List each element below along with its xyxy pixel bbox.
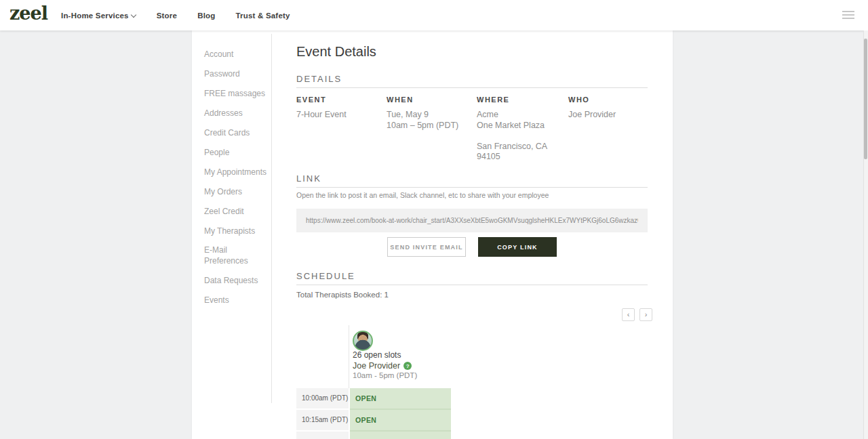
sidebar-item-my-therapists[interactable]: My Therapists bbox=[204, 226, 269, 236]
schedule-section-label: SCHEDULE bbox=[296, 271, 355, 281]
sidebar-item-zeel-credit[interactable]: Zeel Credit bbox=[204, 206, 269, 217]
details-columns: EVENT 7-Hour Event WHEN Tue, May 9 10am … bbox=[296, 96, 648, 163]
hamburger-menu-icon[interactable] bbox=[842, 11, 854, 20]
sidebar-item-email-preferences[interactable]: E-Mail Preferences bbox=[204, 245, 269, 266]
chevron-left-icon[interactable]: ‹ bbox=[622, 308, 635, 321]
question-mark-icon[interactable]: ? bbox=[403, 362, 412, 370]
sidebar-divider bbox=[271, 34, 272, 403]
total-therapists-booked: Total Therapists Booked: 1 bbox=[296, 291, 389, 299]
detail-col-label: WHEN bbox=[387, 96, 477, 104]
detail-col-label: EVENT bbox=[296, 96, 387, 104]
detail-line: Acme bbox=[477, 110, 568, 121]
sidebar-item-people[interactable]: People bbox=[204, 147, 269, 158]
provider-avatar bbox=[353, 331, 373, 351]
detail-line: 10am – 5pm (PDT) bbox=[387, 121, 477, 131]
send-invite-email-button[interactable]: SEND INVITE EMAIL bbox=[387, 237, 466, 257]
scrollbar[interactable] bbox=[863, 30, 868, 439]
detail-col-event: EVENT 7-Hour Event bbox=[296, 96, 387, 163]
detail-col-where: WHERE Acme One Market Plaza San Francisc… bbox=[477, 96, 568, 163]
detail-col-who: WHO Joe Provider bbox=[568, 96, 648, 163]
sidebar-item-password[interactable]: Password bbox=[204, 68, 269, 79]
detail-line: Tue, May 9 bbox=[387, 110, 477, 121]
schedule-pager: ‹ › bbox=[622, 308, 652, 321]
slot-time: 10:15am (PDT) bbox=[296, 410, 349, 430]
detail-line: 94105 bbox=[477, 152, 568, 163]
top-nav-bar: zeel In-Home Services Store Blog Trust &… bbox=[0, 0, 868, 30]
copy-link-button[interactable]: COPY LINK bbox=[478, 237, 557, 257]
scrollbar-thumb[interactable] bbox=[864, 39, 867, 159]
slot-open-cell[interactable]: OPEN bbox=[350, 388, 451, 409]
detail-line: One Market Plaza bbox=[477, 121, 568, 131]
provider-name: Joe Provider bbox=[353, 361, 400, 371]
nav-label: In-Home Services bbox=[61, 12, 129, 20]
zeel-logo[interactable]: zeel bbox=[9, 3, 47, 24]
nav-store[interactable]: Store bbox=[157, 12, 177, 20]
chevron-down-icon bbox=[132, 12, 136, 16]
sidebar-item-account[interactable]: Account bbox=[204, 49, 269, 60]
detail-col-label: WHO bbox=[568, 96, 648, 104]
link-section-label: LINK bbox=[296, 173, 321, 184]
detail-col-label: WHERE bbox=[477, 96, 568, 104]
provider-open-slots: 26 open slots bbox=[353, 350, 401, 360]
sidebar-item-my-orders[interactable]: My Orders bbox=[204, 186, 269, 197]
page: zeel In-Home Services Store Blog Trust &… bbox=[0, 0, 868, 439]
detail-line: Joe Provider bbox=[568, 110, 648, 121]
detail-line bbox=[477, 131, 568, 142]
page-title: Event Details bbox=[296, 44, 376, 60]
nav-in-home-services[interactable]: In-Home Services bbox=[61, 12, 136, 20]
event-details-content: Event Details DETAILS EVENT 7-Hour Event… bbox=[296, 30, 649, 439]
link-actions: SEND INVITE EMAIL COPY LINK bbox=[296, 237, 648, 257]
sidebar-item-my-appointments[interactable]: My Appointments bbox=[204, 167, 269, 177]
nav-blog[interactable]: Blog bbox=[197, 12, 215, 20]
sidebar-item-events[interactable]: Events bbox=[204, 295, 269, 306]
nav-trust-safety[interactable]: Trust & Safety bbox=[235, 12, 290, 20]
detail-line: San Francisco, CA bbox=[477, 142, 568, 152]
event-link-url-box[interactable]: https://www.zeel.com/book-at-work/chair_… bbox=[296, 209, 648, 232]
section-rule bbox=[296, 87, 648, 88]
slot-time bbox=[296, 432, 349, 439]
slot-status-column: OPEN OPEN bbox=[350, 388, 451, 439]
link-description: Open the link to post it an email, Slack… bbox=[296, 191, 549, 199]
details-section-label: DETAILS bbox=[296, 74, 342, 84]
event-link-url[interactable]: https://www.zeel.com/book-at-work/chair_… bbox=[306, 217, 638, 224]
provider-name-row: Joe Provider ? bbox=[353, 361, 412, 371]
provider-hours: 10am - 5pm (PDT) bbox=[353, 371, 417, 379]
sidebar-item-credit-cards[interactable]: Credit Cards bbox=[204, 127, 269, 138]
sidebar-item-data-requests[interactable]: Data Requests bbox=[204, 275, 269, 286]
chevron-right-icon[interactable]: › bbox=[639, 308, 652, 321]
section-rule bbox=[296, 285, 648, 285]
section-rule bbox=[296, 187, 648, 188]
slot-open-cell[interactable] bbox=[350, 432, 451, 439]
slot-open-cell[interactable]: OPEN bbox=[350, 410, 451, 430]
sidebar-item-addresses[interactable]: Addresses bbox=[204, 108, 269, 119]
main-nav: In-Home Services Store Blog Trust & Safe… bbox=[61, 0, 290, 30]
detail-col-when: WHEN Tue, May 9 10am – 5pm (PDT) bbox=[387, 96, 477, 163]
account-panel: Account Password FREE massages Addresses… bbox=[192, 30, 673, 439]
detail-line: 7-Hour Event bbox=[296, 110, 387, 121]
slot-time: 10:00am (PDT) bbox=[296, 388, 349, 409]
schedule-column-divider bbox=[349, 325, 349, 388]
sidebar-item-free-massages[interactable]: FREE massages bbox=[204, 88, 269, 99]
